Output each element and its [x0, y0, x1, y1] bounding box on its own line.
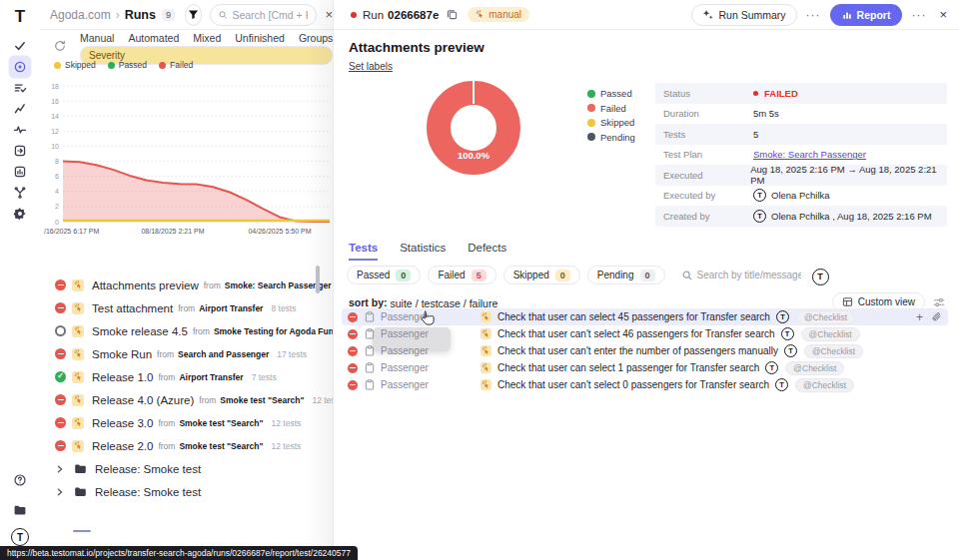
run-title[interactable]: Release 1.0 — [92, 371, 153, 383]
test-row[interactable]: Passenger Check that user can select 1 p… — [342, 359, 948, 376]
detail-row-status: StatusFAILED — [655, 83, 947, 104]
tab-tests[interactable]: Tests — [349, 242, 378, 261]
run-suite[interactable]: Search and Passenger — [178, 349, 269, 359]
run-list-item[interactable]: Release 3.0fromSmoke test "Search"12 tes… — [40, 411, 333, 434]
pagination-current-page[interactable] — [73, 530, 91, 532]
sort-link-failure[interactable]: failure — [470, 297, 498, 309]
run-summary-button[interactable]: Run Summary — [691, 4, 796, 26]
close-search-icon[interactable]: × — [325, 7, 333, 22]
run-title[interactable]: Release 3.0 — [92, 417, 153, 429]
run-list-item[interactable]: Smoke release 4.5fromSmoke Testing for A… — [40, 319, 333, 342]
close-panel-icon[interactable]: × — [939, 7, 947, 22]
checklist-icon[interactable] — [9, 77, 32, 100]
run-title[interactable]: Release 2.0 — [92, 440, 153, 452]
run-suite[interactable]: Airport Transfer — [199, 303, 263, 313]
filter-pill-passed[interactable]: Passed0 — [347, 266, 421, 284]
manual-run-icon — [72, 371, 84, 383]
run-title[interactable]: Smoke Run — [92, 348, 152, 360]
test-suite[interactable]: Passenger — [381, 311, 453, 322]
runs-tab-manual[interactable]: Manual — [80, 32, 114, 44]
runs-tab-automated[interactable]: Automated — [128, 32, 179, 44]
folder-icon — [74, 462, 87, 475]
tab-defects[interactable]: Defects — [468, 242, 506, 261]
runs-icon[interactable] — [9, 56, 32, 79]
run-title[interactable]: Attachments preview — [92, 280, 199, 291]
run-list-item[interactable]: Attachments previewfromSmoke: Search Pas… — [40, 274, 333, 296]
run-title[interactable]: Release 4.0 (Azure) — [92, 394, 194, 406]
folder-row[interactable]: Release: Smoke test — [40, 457, 333, 480]
filter-button[interactable] — [185, 4, 202, 26]
run-summary-more-button[interactable]: ··· — [804, 8, 823, 22]
report-box-icon[interactable] — [9, 161, 32, 184]
breadcrumb-page[interactable]: Runs — [125, 8, 156, 22]
test-suite[interactable]: Passenger — [381, 362, 453, 373]
run-from-label: from — [158, 441, 175, 451]
runs-tab-unfinished[interactable]: Unfinished — [235, 32, 285, 44]
test-status-failed-icon — [348, 363, 358, 373]
branch-icon[interactable] — [9, 182, 32, 205]
panel-more-button[interactable]: ··· — [909, 8, 928, 22]
search-input[interactable] — [232, 9, 308, 21]
filter-pill-skipped[interactable]: Skipped0 — [503, 266, 580, 284]
sort-link-suite[interactable]: suite — [391, 297, 413, 309]
gear-icon[interactable] — [9, 203, 32, 226]
run-from-label: from — [193, 326, 210, 336]
filter-pill-pending[interactable]: Pending0 — [587, 266, 665, 284]
chevron-right-icon[interactable] — [56, 465, 64, 473]
report-button[interactable]: Report — [830, 4, 903, 26]
export-icon[interactable] — [9, 140, 32, 163]
run-suite[interactable]: Smoke test "Search" — [179, 418, 263, 428]
test-title[interactable]: Check that user can't enter the number o… — [497, 345, 778, 356]
breadcrumb-project[interactable]: Agoda.com — [50, 8, 111, 22]
test-title[interactable]: Check that user can select 1 passenger f… — [497, 362, 759, 373]
run-list-item[interactable]: Release 2.0fromSmoke test "Search"12 tes… — [40, 434, 333, 457]
set-labels-link[interactable]: Set labels — [349, 61, 393, 72]
check-icon[interactable] — [9, 35, 32, 58]
run-suite[interactable]: Smoke Testing for Agoda Functionality — [214, 326, 333, 336]
test-title[interactable]: Check that user can select 45 passengers… — [497, 311, 770, 322]
test-title[interactable]: Check that user can't select 0 passenger… — [497, 379, 769, 390]
test-title[interactable]: Check that user can't select 46 passenge… — [497, 328, 775, 339]
test-suite[interactable]: Passenger — [381, 379, 453, 390]
folder-label[interactable]: Release: Smoke test — [95, 486, 201, 498]
filter-pill-failed[interactable]: Failed5 — [428, 266, 495, 284]
run-list-item[interactable]: Smoke RunfromSearch and Passenger17 test… — [40, 342, 333, 365]
add-icon[interactable]: + — [916, 312, 923, 322]
run-suite[interactable]: Airport Transfer — [179, 372, 243, 382]
run-list-item[interactable]: Test attachmentfromAirport Transfer8 tes… — [40, 296, 333, 319]
pulse-icon[interactable] — [9, 119, 32, 142]
detail-value[interactable]: Smoke: Search Passenger — [753, 149, 866, 160]
run-title[interactable]: Test attachment — [92, 302, 173, 314]
folder-row[interactable]: Release: Smoke test — [40, 480, 333, 503]
testomat-logo[interactable]: T — [9, 6, 31, 28]
sliders-icon[interactable] — [933, 296, 945, 308]
folder-label[interactable]: Release: Smoke test — [95, 463, 201, 475]
tab-statistics[interactable]: Statistics — [400, 242, 446, 261]
chevron-right-icon[interactable] — [56, 488, 64, 496]
runs-tab-groups[interactable]: Groups — [299, 32, 333, 44]
run-suite[interactable]: Smoke test "Search" — [179, 441, 263, 451]
attachment-icon[interactable] — [931, 311, 942, 322]
sort-link-testcase[interactable]: testcase — [422, 297, 461, 309]
test-search-input[interactable] — [697, 270, 801, 280]
line-chart-icon[interactable] — [9, 98, 32, 121]
folder-list: Release: Smoke testRelease: Smoke test — [40, 457, 333, 503]
copy-icon[interactable] — [447, 9, 458, 20]
test-row[interactable]: Passenger Check that user can't select 0… — [342, 376, 948, 393]
help-icon[interactable] — [9, 469, 32, 492]
global-search[interactable] — [210, 4, 318, 26]
runs-tab-mixed[interactable]: Mixed — [193, 32, 221, 44]
run-list-item[interactable]: Release 4.0 (Azure)fromSmoke test "Searc… — [40, 388, 333, 411]
detail-value-text: FAILED — [764, 88, 798, 99]
run-list-item[interactable]: Release 1.0fromAirport Transfer7 tests — [40, 365, 333, 388]
folder-icon[interactable] — [9, 499, 32, 522]
run-suite[interactable]: Smoke test "Search" — [220, 395, 304, 405]
run-title[interactable]: Smoke release 4.5 — [92, 325, 188, 337]
test-row-actions: + — [916, 311, 942, 322]
refresh-icon[interactable] — [54, 40, 66, 52]
scrollbar-thumb[interactable] — [316, 266, 320, 293]
legend-item-skipped: Skipped — [54, 60, 96, 70]
assignee-filter-avatar[interactable]: T — [812, 266, 829, 285]
user-avatar[interactable]: T — [11, 528, 29, 546]
test-search[interactable] — [682, 270, 801, 280]
